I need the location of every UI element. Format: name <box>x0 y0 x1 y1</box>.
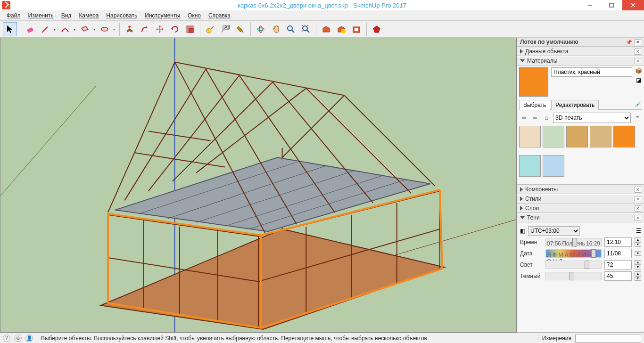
minimize-button[interactable] <box>579 0 601 10</box>
material-swatch[interactable] <box>566 126 588 147</box>
default-material-icon[interactable]: ◪ <box>636 77 641 83</box>
menu-edit[interactable]: Изменить <box>25 11 58 20</box>
panel-materials[interactable]: Материалы× <box>517 56 644 65</box>
material-swatch[interactable] <box>543 155 564 177</box>
nav-back-icon[interactable]: ⇦ <box>519 114 528 121</box>
tool-move[interactable] <box>153 22 167 36</box>
eyedropper-icon[interactable]: 💉 <box>633 100 642 109</box>
tool-pan[interactable] <box>269 22 283 36</box>
panel-entity-info[interactable]: Данные объекта× <box>517 47 644 56</box>
user-icon[interactable]: 👤 <box>25 335 33 342</box>
close-icon[interactable]: × <box>635 39 641 45</box>
close-icon[interactable]: × <box>635 215 641 221</box>
light-value[interactable]: 72 <box>604 260 632 270</box>
toolbar: A1 <box>0 21 644 38</box>
date-slider[interactable]: Я Ф М А М И И А С О Н Д <box>545 249 602 258</box>
date-label: Дата <box>520 250 543 257</box>
tool-arc[interactable] <box>58 22 77 36</box>
measurements-input[interactable] <box>575 334 641 343</box>
light-label: Свет <box>520 261 543 268</box>
details-icon[interactable]: ≡ <box>633 114 642 121</box>
panel-shadows[interactable]: Тени× <box>517 213 644 222</box>
panel-layers[interactable]: Слои× <box>517 204 644 213</box>
tool-circle[interactable] <box>98 22 116 36</box>
tab-select[interactable]: Выбрать <box>519 100 550 110</box>
close-icon[interactable]: × <box>635 49 641 55</box>
svg-point-21 <box>341 29 346 33</box>
close-icon[interactable]: × <box>635 187 641 193</box>
home-icon[interactable]: ⌂ <box>542 114 551 121</box>
tool-ruby-console[interactable] <box>370 22 384 36</box>
spin-up[interactable]: ▲ <box>635 260 641 265</box>
library-select[interactable]: 3D-печать <box>553 113 631 123</box>
menu-view[interactable]: Вид <box>58 11 75 20</box>
material-swatch[interactable] <box>519 126 541 147</box>
tool-paint[interactable] <box>233 22 248 36</box>
material-swatch[interactable] <box>590 126 611 147</box>
svg-line-18 <box>292 30 294 33</box>
tool-orbit[interactable] <box>254 22 268 36</box>
tool-offset[interactable] <box>138 22 152 36</box>
shadows-body: ◧ UTC+03:00 ☰ Время 07:56Полдень16:29 12… <box>517 222 644 333</box>
tool-rotate[interactable] <box>168 22 182 36</box>
dark-slider[interactable] <box>545 272 602 280</box>
tool-3dwarehouse-upload[interactable] <box>334 22 348 36</box>
close-icon[interactable]: × <box>635 196 641 202</box>
material-swatch[interactable] <box>543 126 564 147</box>
material-name-input[interactable]: Пластик, красный <box>551 67 632 77</box>
dark-value[interactable]: 45 <box>604 271 632 281</box>
date-value[interactable]: 11/08 <box>604 249 632 258</box>
light-slider[interactable] <box>545 261 602 269</box>
material-swatch[interactable] <box>613 126 635 147</box>
help-icon[interactable]: ? <box>3 335 10 342</box>
tool-eraser[interactable] <box>23 22 37 36</box>
tool-zoom[interactable] <box>284 22 298 36</box>
material-swatch[interactable] <box>519 155 541 177</box>
nav-fwd-icon[interactable]: ⇨ <box>530 114 540 121</box>
spin-down[interactable]: ▼ <box>635 242 641 247</box>
tab-edit[interactable]: Редактировать <box>551 100 599 110</box>
menu-draw[interactable]: Нарисовать <box>102 11 141 20</box>
spin-up[interactable]: ▲ <box>635 237 641 242</box>
close-icon[interactable]: × <box>635 58 641 64</box>
spin-down[interactable]: ▼ <box>635 265 641 270</box>
menu-window[interactable]: Окно <box>184 11 205 20</box>
tool-zoom-extents[interactable] <box>299 22 313 36</box>
panel-components[interactable]: Компоненты× <box>517 185 644 194</box>
shadow-settings-icon[interactable]: ☰ <box>636 228 641 234</box>
close-icon[interactable]: × <box>635 205 641 212</box>
tool-line[interactable] <box>38 22 57 36</box>
time-slider[interactable]: 07:56Полдень16:29 <box>545 238 602 246</box>
viewport-3d[interactable] <box>0 38 517 333</box>
tool-3dwarehouse[interactable] <box>319 22 333 36</box>
close-button[interactable] <box>622 0 644 10</box>
spin-up[interactable]: ▲ <box>635 271 641 276</box>
tool-rect[interactable] <box>78 22 97 36</box>
current-material-swatch[interactable] <box>519 67 548 97</box>
create-material-icon[interactable]: 📦 <box>635 67 642 74</box>
tool-tape[interactable] <box>203 22 217 36</box>
timezone-select[interactable]: UTC+03:00 <box>528 226 580 236</box>
tool-pushpull[interactable] <box>123 22 137 36</box>
tool-scale[interactable] <box>183 22 197 36</box>
shadow-toggle-icon[interactable]: ◧ <box>520 228 525 234</box>
svg-line-62 <box>149 131 211 141</box>
tool-extension-warehouse[interactable] <box>349 22 363 36</box>
spin-dropdown[interactable]: ▼ <box>635 251 641 256</box>
panel-styles[interactable]: Стили× <box>517 194 644 204</box>
maximize-button[interactable] <box>601 0 622 10</box>
menu-file[interactable]: Файл <box>3 11 25 20</box>
pin-icon[interactable]: 📌 <box>625 40 633 45</box>
menu-tools[interactable]: Инструменты <box>141 11 184 20</box>
svg-rect-23 <box>355 28 358 31</box>
tool-text[interactable]: A1 <box>218 22 232 36</box>
menu-camera[interactable]: Камера <box>75 11 102 20</box>
time-value[interactable]: 12:10 <box>604 237 632 247</box>
tool-select[interactable] <box>3 22 17 36</box>
tray-title[interactable]: Лоток по умолчанию 📌 × <box>517 38 644 47</box>
menu-help[interactable]: Справка <box>205 11 234 20</box>
geo-icon[interactable]: ⊕ <box>14 335 22 342</box>
svg-line-11 <box>211 26 214 29</box>
spin-down[interactable]: ▼ <box>635 276 641 281</box>
svg-point-19 <box>303 26 307 31</box>
